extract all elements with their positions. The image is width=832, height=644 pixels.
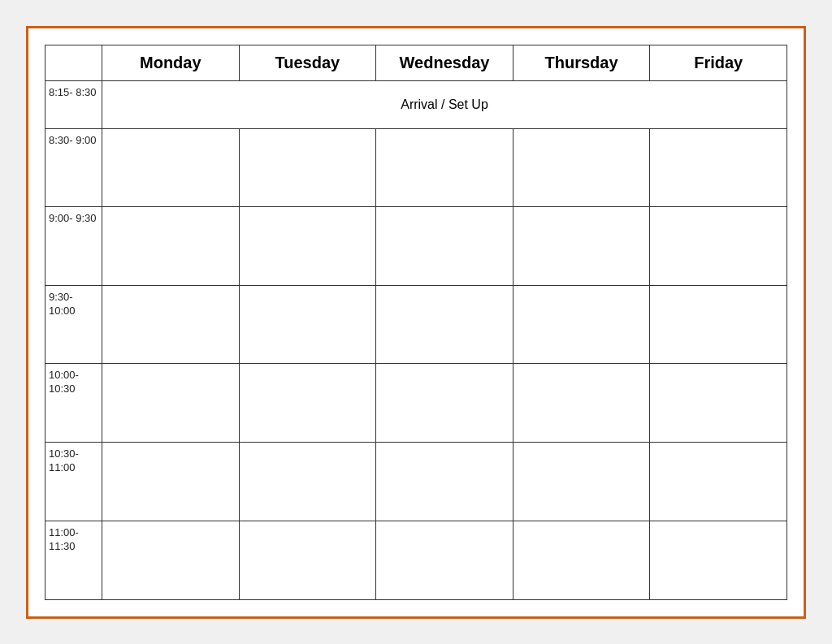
time-cell-6: 11:00- 11:30: [46, 521, 102, 599]
friday-cell-3: [650, 285, 787, 364]
time-cell-2: 9:00- 9:30: [46, 207, 102, 286]
tuesday-cell-2: [239, 207, 376, 286]
friday-cell-5: [650, 443, 787, 521]
tuesday-cell-3: [239, 285, 376, 364]
time-cell-3: 9:30- 10:00: [46, 285, 102, 364]
header-row: Monday Tuesday Wednesday Thursday Friday: [46, 45, 787, 80]
header-time-cell: [46, 45, 102, 80]
arrival-cell: Arrival / Set Up: [102, 80, 787, 128]
time-cell-4: 10:00- 10:30: [46, 364, 102, 443]
table-row: 8:30- 9:00: [46, 128, 787, 207]
header-tuesday: Tuesday: [239, 45, 376, 80]
monday-cell-6: [102, 521, 240, 599]
wednesday-cell-1: [376, 128, 514, 207]
header-friday: Friday: [650, 45, 787, 80]
monday-cell-5: [102, 443, 240, 521]
time-cell-0: 8:15- 8:30: [46, 80, 102, 128]
time-cell-5: 10:30- 11:00: [46, 443, 102, 521]
wednesday-cell-3: [376, 285, 514, 364]
time-cell-1: 8:30- 9:00: [46, 128, 102, 207]
header-thursday: Thursday: [513, 45, 650, 80]
monday-cell-4: [102, 364, 240, 443]
wednesday-cell-2: [376, 207, 514, 286]
tuesday-cell-5: [239, 443, 376, 521]
monday-cell-1: [102, 128, 240, 207]
thursday-cell-5: [513, 443, 650, 521]
friday-cell-1: [650, 128, 787, 207]
header-monday: Monday: [102, 45, 240, 80]
thursday-cell-1: [513, 128, 650, 207]
wednesday-cell-4: [376, 364, 514, 443]
thursday-cell-4: [513, 364, 650, 443]
wednesday-cell-5: [376, 443, 514, 521]
table-row: 11:00- 11:30: [46, 521, 787, 599]
thursday-cell-2: [513, 207, 650, 286]
table-row: 10:30- 11:00: [46, 443, 787, 521]
friday-cell-6: [650, 521, 787, 599]
thursday-cell-6: [513, 521, 650, 599]
page-container: Monday Tuesday Wednesday Thursday Friday…: [26, 26, 806, 619]
arrival-row: 8:15- 8:30 Arrival / Set Up: [46, 80, 787, 128]
wednesday-cell-6: [376, 521, 514, 599]
tuesday-cell-6: [239, 521, 376, 599]
header-wednesday: Wednesday: [376, 45, 514, 80]
tuesday-cell-4: [239, 364, 376, 443]
monday-cell-2: [102, 207, 240, 286]
table-row: 9:00- 9:30: [46, 207, 787, 286]
thursday-cell-3: [513, 285, 650, 364]
tuesday-cell-1: [239, 128, 376, 207]
friday-cell-2: [650, 207, 787, 286]
table-row: 10:00- 10:30: [46, 364, 787, 443]
schedule-table: Monday Tuesday Wednesday Thursday Friday…: [45, 45, 787, 600]
table-row: 9:30- 10:00: [46, 285, 787, 364]
monday-cell-3: [102, 285, 240, 364]
friday-cell-4: [650, 364, 787, 443]
